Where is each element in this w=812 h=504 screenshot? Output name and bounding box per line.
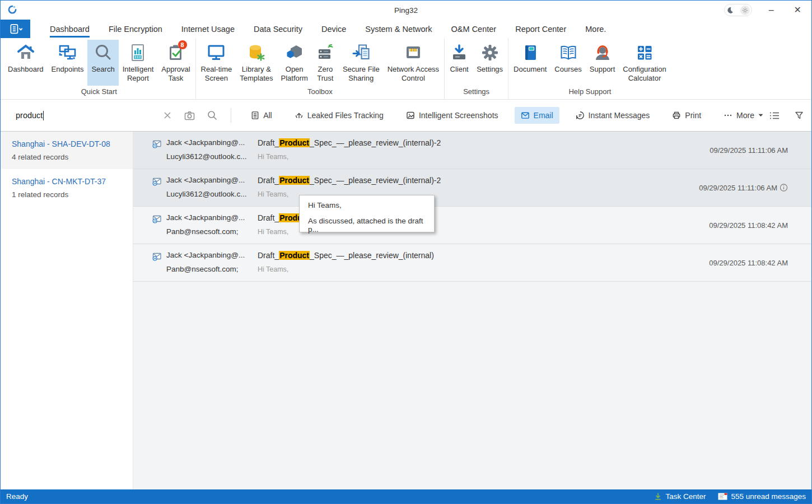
menu-tab-device[interactable]: Device bbox=[312, 20, 356, 38]
sidebar-result-item[interactable]: Shanghai - SHA-DEV-DT-08 4 related recor… bbox=[1, 132, 133, 169]
ribbon-item-secure-file-sharing[interactable]: Secure File Sharing bbox=[339, 40, 384, 86]
search-go-icon[interactable] bbox=[207, 110, 217, 120]
ribbon-item-dashboard[interactable]: Dashboard bbox=[4, 40, 48, 86]
minimize-button[interactable]: – bbox=[766, 4, 777, 16]
filter-print[interactable]: Print bbox=[666, 107, 707, 124]
list-view-icon[interactable] bbox=[769, 111, 780, 120]
ribbon-group-toolbox: Real-time Screen Library & Templates Ope… bbox=[195, 38, 445, 99]
ribbon-item-realtime-screen[interactable]: Real-time Screen bbox=[197, 40, 236, 86]
ribbon-item-search[interactable]: Search bbox=[87, 40, 118, 86]
email-sender: Jack <Jackpanbing@... bbox=[166, 251, 249, 259]
filter-all[interactable]: All bbox=[245, 107, 278, 124]
menu-tabs: Dashboard File Encryption Internet Usage… bbox=[40, 20, 615, 38]
ribbon-item-network-access-control[interactable]: Network Access Control bbox=[384, 40, 443, 86]
all-list-icon bbox=[251, 111, 259, 120]
app-menu-button[interactable] bbox=[1, 20, 30, 38]
sun-icon[interactable] bbox=[740, 6, 750, 15]
search-filter-bar: product All Leaked Files Tracking bbox=[1, 100, 811, 132]
menu-tab-more[interactable]: More. bbox=[576, 20, 615, 38]
ribbon: Dashboard Endpoints Search bbox=[1, 38, 811, 100]
ribbon-item-library-templates[interactable]: Library & Templates bbox=[236, 40, 277, 86]
ribbon-item-document[interactable]: Document bbox=[510, 40, 550, 86]
result-title: Shanghai - CN-MKT-DT-37 bbox=[12, 177, 122, 186]
sidebar-result-item[interactable]: Shanghai - CN-MKT-DT-37 1 related record… bbox=[1, 169, 133, 207]
result-count: 1 related records bbox=[12, 190, 122, 199]
envelope-sent-icon bbox=[152, 176, 166, 206]
menu-tab-internet-usage[interactable]: Internet Usage bbox=[172, 20, 244, 38]
email-timestamp: 09/29/2025 11:08:42 AM bbox=[709, 221, 788, 230]
clear-search-icon[interactable] bbox=[163, 111, 172, 120]
email-preview-tooltip: Hi Teams, As discussed, attached is the … bbox=[299, 195, 435, 232]
menubar: Dashboard File Encryption Internet Usage… bbox=[1, 20, 811, 38]
ribbon-item-intelligent-report[interactable]: Intelligent Report bbox=[119, 40, 158, 86]
result-filters: All Leaked Files Tracking Intelligent Sc… bbox=[245, 107, 769, 124]
text-caret bbox=[43, 111, 44, 120]
ribbon-item-configuration-calculator[interactable]: Configuration Calculator bbox=[619, 40, 670, 86]
filter-instant-messages[interactable]: Instant Messages bbox=[570, 107, 656, 124]
ribbon-item-settings[interactable]: Settings bbox=[473, 40, 507, 86]
ribbon-item-zero-trust[interactable]: Zero Trust bbox=[312, 40, 339, 86]
ribbon-item-open-platform[interactable]: Open Platform bbox=[277, 40, 311, 86]
camera-search-icon[interactable] bbox=[184, 111, 195, 120]
mail-status-icon bbox=[718, 493, 727, 500]
ribbon-item-support[interactable]: Support bbox=[586, 40, 619, 86]
email-row[interactable]: Jack <Jackpanbing@... Lucyli3612@outlook… bbox=[133, 169, 811, 207]
filter-more[interactable]: More bbox=[717, 107, 769, 124]
task-center-button[interactable]: Task Center bbox=[654, 492, 706, 501]
menu-tab-system-network[interactable]: System & Network bbox=[356, 20, 441, 38]
envelope-sent-icon bbox=[152, 138, 166, 169]
filter-email[interactable]: Email bbox=[515, 107, 559, 124]
tooltip-line: Hi Teams, bbox=[308, 201, 426, 209]
info-icon[interactable] bbox=[780, 184, 788, 192]
email-preview: Hi Teams, bbox=[258, 265, 434, 273]
home-icon bbox=[16, 42, 35, 63]
open-platform-icon bbox=[285, 42, 304, 63]
search-input[interactable]: product bbox=[16, 111, 151, 120]
print-icon bbox=[672, 111, 681, 120]
gear-icon bbox=[480, 42, 500, 63]
email-timestamp: 09/29/2025 11:08:42 AM bbox=[709, 259, 788, 267]
menu-tab-dashboard[interactable]: Dashboard bbox=[40, 20, 99, 38]
unread-messages-button[interactable]: 555 unread messages bbox=[718, 492, 806, 501]
email-row[interactable]: Jack <Jackpanbing@... Panb@nsecsoft.com;… bbox=[133, 207, 811, 244]
email-row[interactable]: Jack <Jackpanbing@... Lucyli3612@outlook… bbox=[133, 132, 811, 169]
theme-toggle[interactable] bbox=[724, 4, 752, 16]
ribbon-item-client[interactable]: Client bbox=[446, 40, 473, 86]
subject-highlight: Product bbox=[279, 251, 310, 260]
ribbon-group-label: Settings bbox=[446, 86, 507, 99]
status-bar: Ready Task Center 555 unread messages bbox=[1, 489, 811, 503]
menu-tab-report-center[interactable]: Report Center bbox=[506, 20, 576, 38]
book-icon bbox=[521, 42, 540, 63]
email-result-list: Jack <Jackpanbing@... Lucyli3612@outlook… bbox=[133, 132, 811, 489]
envelope-sent-icon bbox=[152, 251, 166, 281]
chevron-down-icon bbox=[758, 114, 763, 117]
instant-message-icon bbox=[576, 111, 585, 120]
moon-icon[interactable] bbox=[726, 7, 734, 14]
titlebar: Ping32 – ✕ bbox=[1, 1, 811, 20]
filter-funnel-icon[interactable] bbox=[795, 111, 804, 120]
menu-tab-om-center[interactable]: O&M Center bbox=[442, 20, 506, 38]
ribbon-group-label: Quick Start bbox=[4, 86, 194, 99]
email-sender: Jack <Jackpanbing@... bbox=[166, 213, 249, 222]
client-download-icon bbox=[450, 42, 469, 63]
screenshot-icon bbox=[406, 111, 415, 120]
download-arrow-icon bbox=[654, 492, 662, 501]
menu-tab-file-encryption[interactable]: File Encryption bbox=[99, 20, 172, 38]
endpoints-icon bbox=[58, 42, 77, 63]
status-ready-text: Ready bbox=[6, 492, 28, 501]
result-title: Shanghai - SHA-DEV-DT-08 bbox=[12, 139, 122, 148]
menu-tab-data-security[interactable]: Data Security bbox=[244, 20, 312, 38]
email-row[interactable]: Jack <Jackpanbing@... Panb@nsecsoft.com;… bbox=[133, 244, 811, 282]
close-button[interactable]: ✕ bbox=[791, 4, 805, 16]
email-icon bbox=[521, 111, 530, 120]
ribbon-item-approval-task[interactable]: 8 Approval Task bbox=[157, 40, 194, 86]
headset-icon bbox=[593, 42, 612, 63]
window-title: Ping32 bbox=[1, 6, 811, 15]
ribbon-item-courses[interactable]: Courses bbox=[550, 40, 585, 86]
ribbon-item-endpoints[interactable]: Endpoints bbox=[48, 40, 88, 86]
filter-intelligent-screenshots[interactable]: Intelligent Screenshots bbox=[400, 107, 505, 124]
divider bbox=[231, 108, 231, 123]
filter-leaked-files-tracking[interactable]: Leaked Files Tracking bbox=[288, 107, 390, 124]
open-book-icon bbox=[559, 42, 578, 63]
library-icon bbox=[247, 42, 266, 63]
